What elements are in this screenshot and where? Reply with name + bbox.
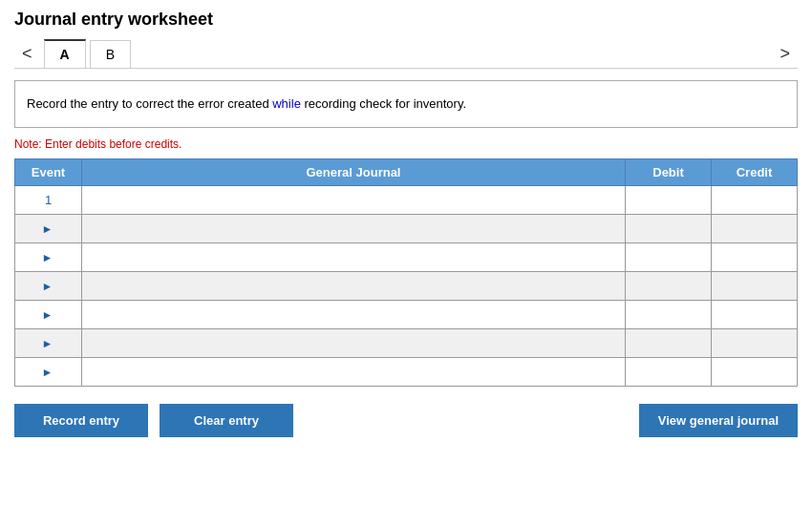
journal-table: Event General Journal Debit Credit 1►►►►…: [14, 158, 798, 387]
record-entry-button[interactable]: Record entry: [14, 404, 148, 437]
table-row: ►: [15, 357, 798, 386]
tab-bar: < A B >: [14, 39, 798, 69]
credit-input[interactable]: [716, 279, 793, 293]
instruction-highlight: while: [272, 96, 301, 111]
debit-input[interactable]: [630, 336, 707, 350]
cell-credit[interactable]: [712, 185, 798, 214]
cell-debit[interactable]: [626, 328, 712, 357]
credit-input[interactable]: [716, 250, 793, 264]
cell-journal[interactable]: [82, 214, 626, 242]
cell-event: ►: [15, 357, 82, 386]
credit-input[interactable]: [716, 307, 793, 322]
journal-input[interactable]: [86, 307, 621, 322]
row-arrow: ►: [42, 280, 53, 293]
cell-credit[interactable]: [712, 300, 798, 328]
cell-event: ►: [15, 328, 82, 357]
table-row: ►: [15, 271, 798, 300]
row-arrow: ►: [42, 308, 53, 322]
tab-b[interactable]: B: [90, 40, 131, 68]
tab-a[interactable]: A: [44, 39, 86, 68]
journal-input[interactable]: [86, 221, 621, 236]
header-credit: Credit: [712, 158, 798, 185]
cell-journal[interactable]: [82, 185, 626, 214]
cell-debit[interactable]: [626, 185, 712, 214]
credit-input[interactable]: [716, 336, 793, 350]
table-row: 1: [15, 185, 798, 214]
debit-input[interactable]: [630, 221, 707, 236]
instruction-box: Record the entry to correct the error cr…: [14, 80, 798, 128]
next-arrow[interactable]: >: [772, 40, 798, 68]
debit-input[interactable]: [630, 193, 707, 207]
header-journal: General Journal: [82, 158, 626, 185]
cell-debit[interactable]: [626, 242, 712, 271]
debit-input[interactable]: [630, 365, 707, 379]
journal-input[interactable]: [86, 193, 621, 207]
row-arrow: ►: [42, 222, 53, 236]
cell-event: 1: [15, 185, 82, 214]
row-arrow: ►: [42, 337, 53, 350]
journal-input[interactable]: [86, 250, 621, 264]
credit-input[interactable]: [716, 221, 793, 236]
cell-credit[interactable]: [712, 242, 798, 271]
instruction-text-after: recording check for inventory.: [301, 96, 466, 111]
table-row: ►: [15, 214, 798, 242]
cell-journal[interactable]: [82, 357, 626, 386]
note-text: Note: Enter debits before credits.: [14, 137, 798, 151]
cell-event: ►: [15, 300, 82, 328]
cell-credit[interactable]: [712, 328, 798, 357]
table-row: ►: [15, 328, 798, 357]
cell-debit[interactable]: [626, 357, 712, 386]
journal-input[interactable]: [86, 365, 621, 379]
cell-event: ►: [15, 242, 82, 271]
table-row: ►: [15, 300, 798, 328]
cell-journal[interactable]: [82, 271, 626, 300]
table-row: ►: [15, 242, 798, 271]
debit-input[interactable]: [630, 250, 707, 264]
header-event: Event: [15, 158, 82, 185]
journal-input[interactable]: [86, 279, 621, 293]
row-arrow: ►: [42, 251, 53, 264]
cell-event: ►: [15, 271, 82, 300]
event-number: 1: [45, 193, 52, 207]
instruction-text-before: Record the entry to correct the error cr…: [27, 96, 272, 111]
cell-credit[interactable]: [712, 214, 798, 242]
cell-event: ►: [15, 214, 82, 242]
view-general-journal-button[interactable]: View general journal: [639, 404, 798, 437]
cell-credit[interactable]: [712, 357, 798, 386]
debit-input[interactable]: [630, 307, 707, 322]
credit-input[interactable]: [716, 193, 793, 207]
debit-input[interactable]: [630, 279, 707, 293]
prev-arrow[interactable]: <: [14, 40, 40, 68]
cell-credit[interactable]: [712, 271, 798, 300]
table-header-row: Event General Journal Debit Credit: [15, 158, 798, 185]
clear-entry-button[interactable]: Clear entry: [160, 404, 293, 437]
header-debit: Debit: [626, 158, 712, 185]
cell-journal[interactable]: [82, 328, 626, 357]
journal-input[interactable]: [86, 336, 621, 350]
cell-debit[interactable]: [626, 300, 712, 328]
page-title: Journal entry worksheet: [14, 10, 798, 30]
row-arrow: ►: [42, 366, 53, 379]
cell-journal[interactable]: [82, 242, 626, 271]
cell-debit[interactable]: [626, 214, 712, 242]
button-bar: Record entry Clear entry View general jo…: [14, 404, 798, 437]
cell-journal[interactable]: [82, 300, 626, 328]
cell-debit[interactable]: [626, 271, 712, 300]
credit-input[interactable]: [716, 365, 793, 379]
